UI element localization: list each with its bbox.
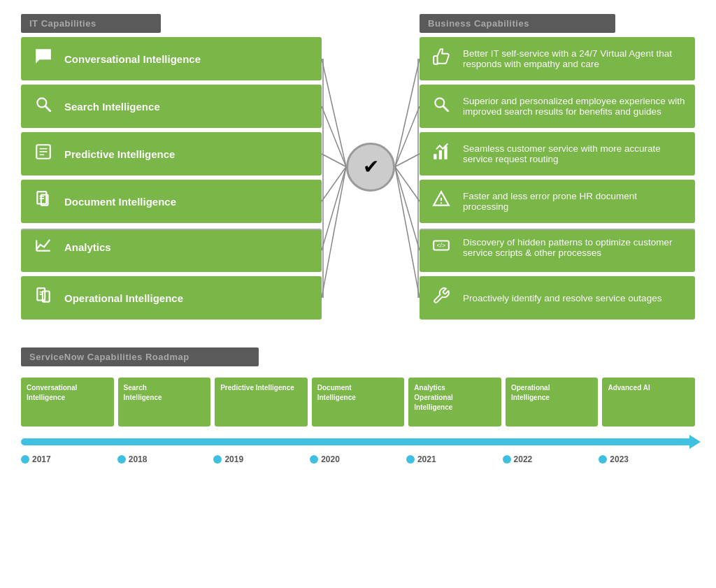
- svg-text:</>: </>: [437, 242, 446, 249]
- year-label: 2022: [514, 454, 533, 464]
- left-section-header: IT Capabilities: [21, 14, 161, 33]
- timeline-year-2020: 2020: [310, 454, 406, 464]
- right-item-icon-4: </>: [429, 236, 453, 259]
- year-dot: [21, 455, 29, 464]
- left-item-icon-3: [32, 190, 55, 213]
- timeline-card-2019: Predictive Intelligence: [215, 378, 308, 426]
- bottom-section: ServiceNow Capabilities Roadmap Conversa…: [21, 347, 695, 485]
- svg-line-1: [45, 106, 50, 111]
- right-item-label: Proactively identify and resolve service…: [463, 293, 661, 303]
- left-item-predictive-intelligence: Predictive Intelligence: [21, 132, 322, 175]
- left-item-icon-0: [32, 48, 55, 70]
- year-dot: [213, 455, 222, 464]
- right-item-icon-2: [429, 143, 453, 165]
- left-item-icon-4: [32, 236, 55, 258]
- year-label: 2020: [321, 454, 340, 464]
- right-item-icon-0: [429, 48, 453, 70]
- right-item-label: Discovery of hidden patterns to optimize…: [463, 237, 685, 258]
- left-item-label: Predictive Intelligence: [64, 148, 175, 160]
- right-item-1: Superior and personalized employee exper…: [420, 85, 695, 128]
- right-item-0: Better IT self-service with a 24/7 Virtu…: [420, 37, 695, 80]
- timeline-card-2017: ConversationalIntelligence: [21, 378, 114, 426]
- right-item-5: Proactively identify and resolve service…: [420, 276, 695, 320]
- left-item-search-intelligence: Search Intelligence: [21, 85, 322, 128]
- year-dot: [599, 455, 607, 464]
- right-item-icon-3: [429, 190, 453, 213]
- right-item-3: Faster and less error prone HR document …: [420, 180, 695, 223]
- timeline-year-2023: 2023: [599, 454, 695, 464]
- year-label: 2018: [129, 454, 148, 464]
- svg-rect-20: [444, 146, 447, 159]
- year-label: 2021: [417, 454, 436, 464]
- right-item-icon-5: [429, 287, 453, 309]
- right-item-label: Superior and personalized employee exper…: [463, 96, 685, 117]
- year-dot: [503, 455, 511, 464]
- left-item-label: Analytics: [64, 241, 111, 253]
- right-item-label: Seamless customer service with more accu…: [463, 143, 685, 164]
- timeline-year-2019: 2019: [213, 454, 310, 464]
- timeline-card-2021: AnalyticsOperationalIntelligence: [408, 378, 501, 426]
- right-item-label: Faster and less error prone HR document …: [463, 191, 685, 212]
- left-item-analytics: Analytics: [21, 229, 322, 272]
- timeline-year-2021: 2021: [406, 454, 503, 464]
- left-item-operational-intelligence: Operational Intelligence: [21, 276, 322, 320]
- timeline-year-2017: 2017: [21, 454, 117, 464]
- right-column: Business Capabilities Better IT self-ser…: [420, 14, 695, 320]
- year-label: 2019: [224, 454, 243, 464]
- left-item-label: Operational Intelligence: [64, 292, 183, 304]
- right-item-4: </>Discovery of hidden patterns to optim…: [420, 229, 695, 272]
- year-dot: [310, 455, 318, 464]
- year-dot: [117, 455, 126, 464]
- year-label: 2017: [32, 454, 51, 464]
- svg-line-17: [443, 106, 448, 111]
- timeline-year-2018: 2018: [117, 454, 214, 464]
- left-items-container: Conversational IntelligenceSearch Intell…: [21, 37, 322, 320]
- left-item-label: Search Intelligence: [64, 101, 160, 113]
- left-item-document-intelligence: Document Intelligence: [21, 180, 322, 223]
- left-item-label: Conversational Intelligence: [64, 53, 201, 65]
- left-column: IT Capabilities Conversational Intellige…: [21, 14, 322, 320]
- left-item-icon-1: [32, 95, 55, 117]
- svg-rect-18: [434, 154, 436, 159]
- timeline-labels: 2017201820192020202120222023: [21, 454, 695, 464]
- timeline-container: ConversationalIntelligenceSearchIntellig…: [21, 378, 695, 485]
- center-icon: ✔: [346, 143, 395, 192]
- left-item-conversational-intelligence: Conversational Intelligence: [21, 37, 322, 80]
- timeline-card-2018: SearchIntelligence: [118, 378, 211, 426]
- right-items-container: Better IT self-service with a 24/7 Virtu…: [420, 37, 695, 320]
- right-item-2: Seamless customer service with more accu…: [420, 132, 695, 175]
- timeline-cards-row: ConversationalIntelligenceSearchIntellig…: [21, 378, 695, 426]
- top-section: IT Capabilities Conversational Intellige…: [21, 14, 695, 320]
- connector-area: ✔: [322, 14, 420, 320]
- svg-point-22: [441, 202, 442, 203]
- timeline-track: [21, 438, 695, 445]
- checkmark-icon: ✔: [363, 155, 379, 178]
- left-item-icon-2: [32, 143, 55, 165]
- right-item-icon-1: [429, 95, 453, 117]
- right-item-label: Better IT self-service with a 24/7 Virtu…: [463, 48, 685, 69]
- year-dot: [406, 455, 415, 464]
- right-section-header: Business Capabilities: [420, 14, 615, 33]
- main-container: IT Capabilities Conversational Intellige…: [0, 0, 716, 499]
- svg-rect-19: [439, 150, 442, 159]
- year-label: 2023: [610, 454, 629, 464]
- svg-rect-6: [37, 192, 46, 203]
- timeline-arrow: [689, 435, 701, 449]
- left-item-icon-5: [32, 287, 55, 309]
- timeline-card-2022: OperationalIntelligence: [506, 378, 599, 426]
- bottom-section-header: ServiceNow Capabilities Roadmap: [21, 347, 259, 366]
- left-item-label: Document Intelligence: [64, 196, 176, 208]
- timeline-card-2023: Advanced AI: [602, 378, 695, 426]
- timeline-bar: [21, 432, 695, 452]
- timeline-card-2020: DocumentIntelligence: [312, 378, 405, 426]
- timeline-year-2022: 2022: [503, 454, 599, 464]
